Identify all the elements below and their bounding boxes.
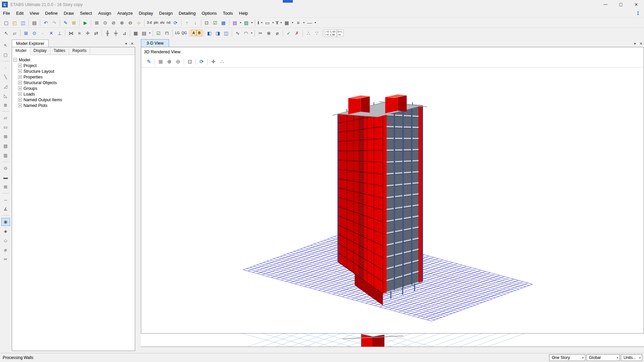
- show-force-diagram-icon[interactable]: ◠: [242, 29, 250, 37]
- story-selector[interactable]: One Story ▾: [549, 354, 585, 361]
- tab-display[interactable]: Display: [30, 47, 50, 55]
- pan-icon[interactable]: ⊹: [135, 19, 143, 27]
- deck-sections-icon[interactable]: ≡: [294, 19, 302, 27]
- tree-item-named-output-items[interactable]: +Named Output Items: [18, 97, 133, 103]
- menu-tools[interactable]: Tools: [220, 9, 236, 17]
- tendon-sections-button[interactable]: T: [275, 20, 280, 25]
- quick-draw-secondary-beams-icon[interactable]: ≣: [1, 101, 10, 109]
- menu-assign[interactable]: Assign: [95, 9, 114, 17]
- zoom-out-icon[interactable]: ⊖: [174, 58, 182, 66]
- tab-reports[interactable]: Reports: [69, 47, 90, 55]
- menu-detailing[interactable]: Detailing: [176, 9, 199, 17]
- view-close-icon[interactable]: ✕: [638, 42, 644, 47]
- restore-button[interactable]: ▢: [613, 0, 629, 9]
- expand-icon[interactable]: +: [18, 69, 22, 73]
- draw-reference-plane-icon[interactable]: ▬: [1, 174, 10, 182]
- menu-options[interactable]: Options: [199, 9, 220, 17]
- restore-full-view-icon[interactable]: ⊙: [101, 19, 109, 27]
- draw-properties-caret-icon[interactable]: ▾: [239, 21, 242, 24]
- frame-sections-caret-icon[interactable]: ▾: [260, 21, 263, 24]
- tree-item-loads[interactable]: +Loads: [18, 91, 133, 97]
- coord-system-selector[interactable]: Global ▾: [586, 354, 620, 361]
- tab-3d-view[interactable]: 3-D View: [141, 39, 169, 47]
- menu-display[interactable]: Display: [136, 9, 156, 17]
- draw-frame-icon[interactable]: ╲: [1, 73, 10, 81]
- slab-sections-icon[interactable]: ▦: [282, 19, 291, 27]
- paint-properties-icon[interactable]: ▨: [242, 19, 251, 27]
- snap-to-joint-icon[interactable]: ⊙: [30, 29, 39, 37]
- tree-item-structural-objects[interactable]: +Structural Objects: [18, 80, 133, 85]
- named-view-button[interactable]: nd: [166, 21, 171, 24]
- slab-sections-caret-icon[interactable]: ▾: [291, 21, 294, 24]
- check-model-icon[interactable]: ☑: [154, 29, 163, 37]
- select-window-icon[interactable]: ▱: [10, 29, 19, 37]
- line-object-caret-icon[interactable]: ▾: [314, 21, 317, 24]
- menu-view[interactable]: View: [26, 9, 42, 17]
- collapse-icon[interactable]: −: [13, 58, 17, 62]
- snap-to-grid-icon[interactable]: ⊞: [22, 29, 30, 37]
- quick-draw-floor-icon[interactable]: ⊞: [1, 133, 10, 141]
- open-model-icon[interactable]: ◰: [10, 19, 19, 27]
- wall-sections-icon[interactable]: ▭: [263, 19, 272, 27]
- extrude-shape-icon[interactable]: ⊿: [120, 29, 128, 37]
- expand-icon[interactable]: +: [18, 92, 22, 96]
- zoom-in-one-step-icon[interactable]: ⊕: [118, 19, 126, 27]
- minimize-button[interactable]: —: [598, 0, 613, 9]
- elevation-view-button[interactable]: elv: [159, 21, 166, 24]
- show-deformed-shape-icon[interactable]: ∿: [233, 29, 242, 37]
- snap-to-lines-icon[interactable]: ◇: [1, 237, 10, 245]
- edit-model-icon[interactable]: ✎: [61, 19, 70, 27]
- tab-tables[interactable]: Tables: [50, 47, 69, 55]
- draw-grid-icon[interactable]: ⊞: [1, 183, 10, 191]
- load-case-lg-button[interactable]: LG: [174, 31, 180, 35]
- load-combo-de-button[interactable]: ✓D 1.0D ✓E 1.5E: [324, 29, 337, 37]
- deck-sections-caret-icon[interactable]: ▾: [302, 21, 305, 24]
- show-joints-icon[interactable]: ∴: [218, 58, 226, 66]
- expand-icon[interactable]: +: [18, 75, 22, 79]
- zoom-in-icon[interactable]: ⊕: [165, 58, 174, 66]
- undo-icon[interactable]: ↶: [42, 19, 50, 27]
- show-axes-icon[interactable]: ∵: [313, 29, 321, 37]
- quick-draw-wall-icon[interactable]: ▥: [1, 152, 10, 160]
- explorer-pin-caret-icon[interactable]: ▾: [123, 42, 129, 47]
- view-3d-button[interactable]: 3-d: [146, 21, 153, 24]
- rubber-band-zoom-icon[interactable]: ⊞: [93, 19, 101, 27]
- menu-draw[interactable]: Draw: [61, 9, 77, 17]
- zoom-out-one-step-icon[interactable]: ⊖: [126, 19, 135, 27]
- snap-to-joints-icon[interactable]: ◉: [1, 218, 10, 226]
- toggle-a-button[interactable]: A: [191, 30, 197, 36]
- edit-grid-data-icon[interactable]: ▦: [131, 29, 140, 37]
- zoom-window-icon[interactable]: ⊞: [156, 58, 165, 66]
- tree-item-properties[interactable]: +Properties: [18, 74, 133, 80]
- expand-icon[interactable]: +: [18, 86, 22, 90]
- plan-view-button[interactable]: pln: [153, 21, 159, 24]
- close-button[interactable]: ✕: [629, 0, 644, 9]
- expand-icon[interactable]: +: [18, 104, 22, 107]
- select-pointer-icon[interactable]: ↖: [1, 42, 10, 50]
- expand-icon[interactable]: +: [18, 64, 22, 67]
- cancel-edit-icon[interactable]: ✗: [293, 29, 301, 37]
- section-cut-draw-icon[interactable]: ✂: [1, 255, 10, 263]
- draw-floor-icon[interactable]: ▱: [1, 114, 10, 122]
- line-object-icon[interactable]: —: [305, 19, 314, 27]
- edit-story-data-icon[interactable]: ▤: [140, 29, 148, 37]
- toggle-b-button[interactable]: B: [197, 30, 202, 36]
- menu-select[interactable]: Select: [77, 9, 95, 17]
- units-button[interactable]: Units... ▾: [621, 354, 642, 361]
- draw-rectangular-floor-icon[interactable]: ▭: [1, 123, 10, 131]
- snap-to-fine-grid-icon[interactable]: ⌀: [1, 246, 10, 254]
- join-frames-icon[interactable]: ╪: [112, 29, 120, 37]
- split-view-left-icon[interactable]: ◧: [205, 29, 214, 37]
- load-case-qg-button[interactable]: QG: [180, 31, 188, 35]
- section-cut-icon[interactable]: ✂: [256, 29, 265, 37]
- set-view-options-icon[interactable]: ☑: [211, 19, 219, 27]
- menu-edit[interactable]: Edit: [13, 9, 26, 17]
- force-diagram-caret-icon[interactable]: ▾: [250, 32, 253, 35]
- frame-sections-button[interactable]: I: [257, 20, 260, 25]
- draw-dimension-icon[interactable]: ↔: [1, 196, 10, 204]
- quick-draw-frame-icon[interactable]: ◿: [1, 82, 10, 90]
- clear-display-icon[interactable]: ⌀: [273, 29, 281, 37]
- select-arrow-icon[interactable]: ↖: [2, 29, 10, 37]
- accept-edit-icon[interactable]: ✓: [284, 29, 293, 37]
- snap-to-midpoint-icon[interactable]: ∙: [39, 29, 47, 37]
